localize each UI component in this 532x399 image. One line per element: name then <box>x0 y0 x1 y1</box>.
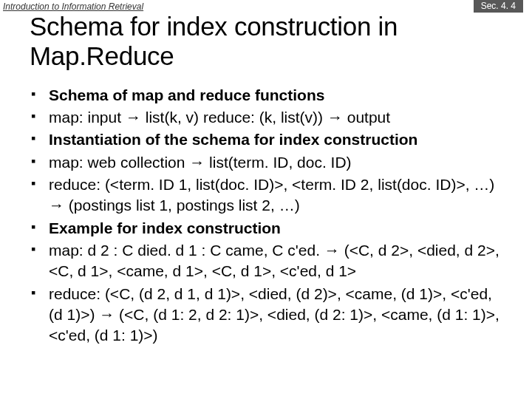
top-bar: Introduction to Information Retrieval Se… <box>0 0 532 13</box>
course-label: Introduction to Information Retrieval <box>3 1 143 12</box>
bullet-item: reduce: (<C, (d 2, d 1, d 1)>, <died, (d… <box>27 284 510 347</box>
bullet-text: Schema of map and reduce functions <box>49 86 324 103</box>
bullet-item: reduce: (<term. ID 1, list(doc. ID)>, <t… <box>27 174 510 216</box>
section-label: Sec. 4. 4 <box>474 0 523 13</box>
bullet-item: map: input → list(k, v) reduce: (k, list… <box>27 107 510 128</box>
bullet-item: map: web collection → list(term. ID, doc… <box>27 152 510 173</box>
bullet-text: reduce: (<C, (d 2, d 1, d 1)>, <died, (d… <box>49 285 499 344</box>
slide: Introduction to Information Retrieval Se… <box>0 0 532 399</box>
bullet-text: map: input → list(k, v) reduce: (k, list… <box>49 109 390 126</box>
bullet-item: map: d 2 : C died. d 1 : C came, C c'ed.… <box>27 240 510 282</box>
bullet-list: Schema of map and reduce functionsmap: i… <box>27 85 510 347</box>
bullet-text: Instantiation of the schema for index co… <box>49 131 417 148</box>
bullet-text: reduce: (<term. ID 1, list(doc. ID)>, <t… <box>49 176 494 214</box>
bullet-item: Example for index construction <box>27 218 510 239</box>
bullet-text: map: d 2 : C died. d 1 : C came, C c'ed.… <box>49 242 499 279</box>
page-title: Schema for index construction in Map.Red… <box>0 12 532 72</box>
bullet-item: Instantiation of the schema for index co… <box>27 129 510 150</box>
bullet-text: map: web collection → list(term. ID, doc… <box>49 154 352 171</box>
bullet-item: Schema of map and reduce functions <box>27 85 510 106</box>
bullet-text: Example for index construction <box>49 219 281 236</box>
slide-body: Schema of map and reduce functionsmap: i… <box>0 72 532 347</box>
